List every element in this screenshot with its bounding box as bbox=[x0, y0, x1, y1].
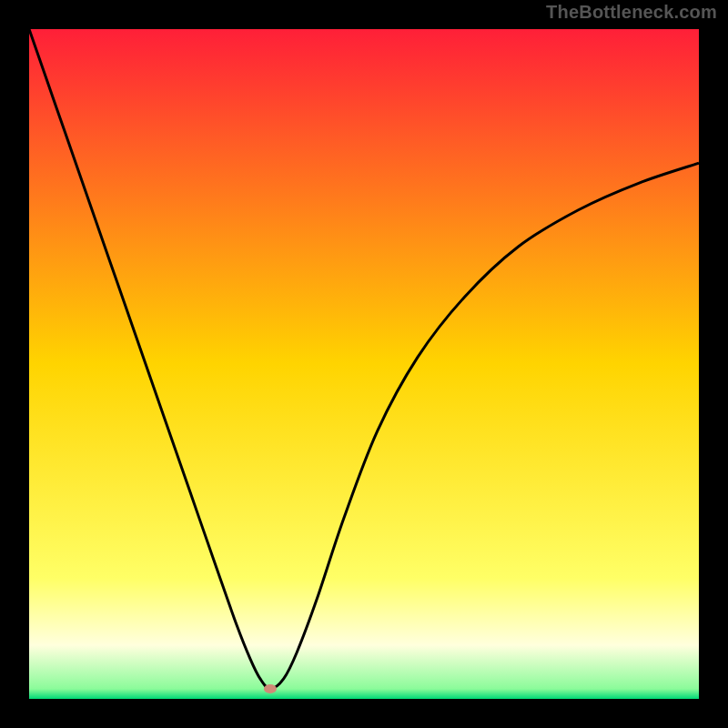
chart-svg bbox=[29, 29, 699, 699]
optimum-marker bbox=[264, 684, 277, 693]
gradient-background bbox=[29, 29, 699, 699]
chart-frame: TheBottleneck.com bbox=[0, 0, 728, 728]
plot-area bbox=[29, 29, 699, 699]
attribution-watermark: TheBottleneck.com bbox=[546, 2, 717, 23]
